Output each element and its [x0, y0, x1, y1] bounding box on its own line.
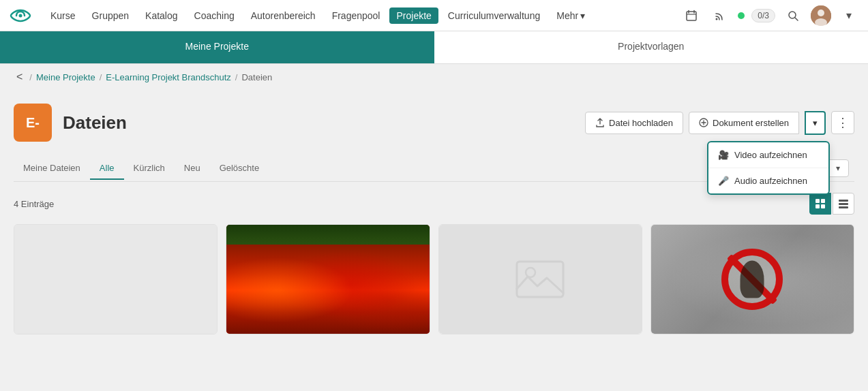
nav-gruppen[interactable]: Gruppen — [85, 7, 136, 24]
file-card-1[interactable] — [14, 224, 218, 334]
header-actions: Datei hochladen Dokument erstellen ▾ ⋮ 🎥 — [585, 111, 854, 135]
breadcrumb: < / Meine Projekte / E-Learning Projekt … — [0, 64, 868, 90]
subtab-alle[interactable]: Alle — [90, 157, 124, 180]
nav-autorenbereich[interactable]: Autorenbereich — [244, 7, 323, 24]
breadcrumb-elearning[interactable]: E-Learning Projekt Brandschutz — [106, 72, 231, 82]
calendar-icon — [685, 10, 698, 22]
dropdown-arrow-icon: ▾ — [813, 118, 818, 128]
dropdown-menu: 🎥 Video aufzeichnen 🎤 Audio aufzeichnen — [707, 141, 830, 195]
navbar-right: 0/3 ▾ — [680, 5, 860, 27]
main-tabs: Meine Projekte Projektvorlagen — [0, 31, 868, 64]
avatar[interactable] — [811, 5, 831, 26]
breadcrumb-separator-0: / — [29, 72, 32, 82]
audio-icon: 🎤 — [718, 176, 729, 186]
svg-rect-18 — [839, 200, 848, 202]
nav-katalog[interactable]: Katalog — [138, 7, 184, 24]
svg-rect-17 — [821, 204, 825, 208]
nav-fragenpool[interactable]: Fragenpool — [325, 7, 387, 24]
file-thumb-2 — [226, 225, 429, 334]
upload-file-button[interactable]: Datei hochladen — [585, 112, 683, 134]
subtab-neu[interactable]: Neu — [175, 157, 210, 180]
tab-projektvorlagen[interactable]: Projektvorlagen — [434, 31, 869, 63]
nav-curriculumverwaltung[interactable]: Curriculumverwaltung — [441, 7, 547, 24]
nav-projekte[interactable]: Projekte — [389, 7, 438, 24]
breadcrumb-meine-projekte[interactable]: Meine Projekte — [36, 72, 95, 82]
dropdown-item-audio[interactable]: 🎤 Audio aufzeichnen — [708, 168, 828, 193]
svg-rect-20 — [839, 206, 848, 208]
entries-bar: 4 Einträge — [14, 193, 854, 215]
list-view-button[interactable] — [833, 193, 854, 215]
project-icon: E- — [14, 104, 52, 142]
image-placeholder-icon — [513, 257, 567, 301]
nav-links: Kurse Gruppen Katalog Coaching Autorenbe… — [44, 7, 680, 24]
grid-view-button[interactable] — [809, 193, 831, 215]
subtab-kuerzlich[interactable]: Kürzlich — [124, 157, 175, 180]
filter-button[interactable]: ▾ — [827, 159, 849, 177]
create-document-button[interactable]: Dokument erstellen — [689, 112, 799, 134]
online-indicator — [738, 12, 745, 19]
page-header: E- Dateien Datei hochladen Dokument erst… — [14, 104, 854, 142]
feed-icon-btn[interactable] — [709, 5, 731, 27]
svg-point-0 — [19, 14, 23, 17]
svg-line-7 — [795, 18, 798, 20]
svg-point-9 — [818, 10, 824, 16]
subtab-meine-dateien[interactable]: Meine Dateien — [14, 157, 90, 180]
svg-rect-16 — [815, 204, 820, 208]
more-options-button[interactable]: ⋮ — [831, 111, 854, 134]
grid-icon — [815, 198, 826, 209]
entries-count: 4 Einträge — [14, 199, 54, 209]
page-title: Dateien — [63, 112, 127, 134]
video-icon: 🎥 — [718, 150, 729, 160]
file-card-2[interactable] — [226, 224, 430, 334]
create-dropdown-button[interactable]: ▾ — [805, 111, 826, 135]
mehr-chevron-icon: ▾ — [580, 10, 585, 21]
svg-rect-19 — [839, 203, 848, 205]
nav-mehr[interactable]: Mehr ▾ — [550, 7, 592, 24]
breadcrumb-back-button[interactable]: < — [14, 71, 25, 83]
filter-chevron-icon: ▾ — [836, 163, 840, 173]
dropdown-item-video[interactable]: 🎥 Video aufzeichnen — [708, 142, 828, 168]
score-badge: 0/3 — [751, 9, 775, 22]
subtab-geloeschte[interactable]: Gelöschte — [210, 157, 269, 180]
breadcrumb-current: Dateien — [241, 72, 272, 82]
calendar-icon-btn[interactable] — [680, 5, 702, 27]
upload-icon — [595, 118, 605, 127]
breadcrumb-separator-2: / — [235, 72, 238, 82]
file-thumb-4 — [651, 225, 854, 334]
file-card-3[interactable] — [438, 224, 642, 334]
avatar-icon — [811, 5, 831, 26]
search-icon-btn[interactable] — [782, 5, 804, 27]
user-menu-chevron[interactable]: ▾ — [838, 5, 860, 27]
brand-logo[interactable] — [8, 7, 33, 24]
svg-rect-1 — [687, 12, 696, 20]
view-toggle — [809, 193, 854, 215]
svg-rect-15 — [821, 199, 825, 203]
rss-icon — [714, 10, 726, 22]
more-icon: ⋮ — [837, 115, 849, 130]
document-icon — [699, 118, 708, 127]
breadcrumb-separator-1: / — [100, 72, 102, 82]
file-thumb-3 — [439, 225, 642, 334]
nav-kurse[interactable]: Kurse — [44, 7, 83, 24]
content-area: E- Dateien Datei hochladen Dokument erst… — [0, 90, 868, 348]
file-card-4[interactable] — [650, 224, 854, 334]
file-thumb-1 — [14, 225, 217, 334]
file-grid — [14, 224, 854, 334]
svg-point-5 — [716, 18, 718, 20]
nav-coaching[interactable]: Coaching — [188, 7, 241, 24]
tab-meine-projekte[interactable]: Meine Projekte — [0, 31, 434, 63]
search-icon — [787, 10, 799, 22]
svg-rect-21 — [517, 262, 563, 297]
list-icon — [838, 198, 849, 209]
navbar: Kurse Gruppen Katalog Coaching Autorenbe… — [0, 0, 868, 31]
svg-rect-14 — [815, 199, 820, 203]
